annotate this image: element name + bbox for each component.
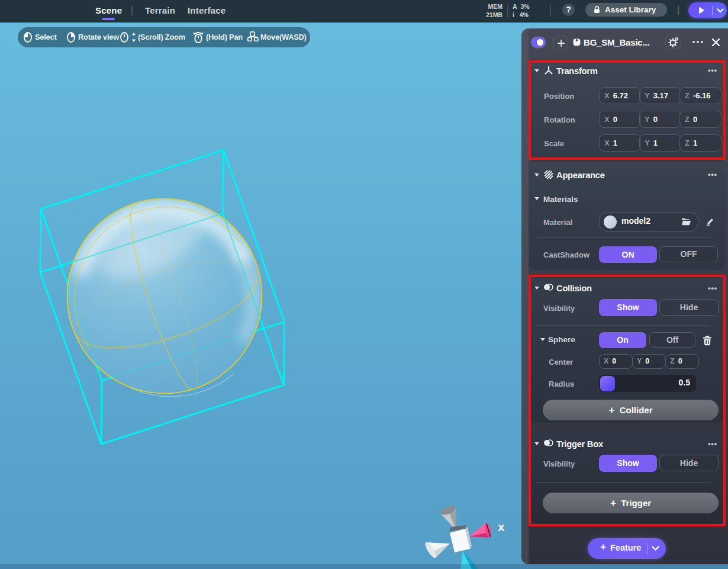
svg-text:x: x (498, 520, 505, 533)
